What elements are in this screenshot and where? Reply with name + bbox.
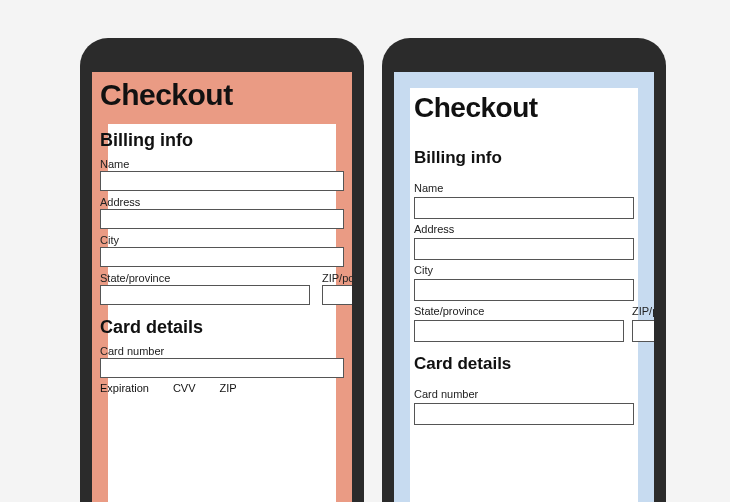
phone-mockup-left: Checkout Billing info Name Address City … — [80, 38, 364, 502]
city-input[interactable] — [100, 247, 344, 267]
billing-heading: Billing info — [100, 130, 346, 151]
card-zip-label: ZIP — [220, 382, 237, 394]
card-number-input[interactable] — [414, 403, 634, 425]
name-input[interactable] — [100, 171, 344, 191]
name-label: Name — [414, 182, 634, 194]
zip-input[interactable] — [632, 320, 654, 342]
page-title: Checkout — [414, 92, 634, 124]
city-label: City — [100, 234, 346, 246]
card-number-label: Card number — [414, 388, 634, 400]
cvv-label: CVV — [173, 382, 196, 394]
address-input[interactable] — [100, 209, 344, 229]
state-label: State/province — [414, 305, 624, 317]
address-label: Address — [414, 223, 634, 235]
card-heading: Card details — [100, 317, 346, 338]
billing-heading: Billing info — [414, 148, 634, 168]
checkout-form-left: Checkout Billing info Name Address City … — [92, 72, 352, 502]
address-input[interactable] — [414, 238, 634, 260]
card-number-input[interactable] — [100, 358, 344, 378]
card-heading: Card details — [414, 354, 634, 374]
zip-label: ZIP/postal code — [322, 272, 352, 284]
zip-input[interactable] — [322, 285, 352, 305]
state-input[interactable] — [414, 320, 624, 342]
page-title: Checkout — [100, 78, 346, 112]
expiration-label: Expiration — [100, 382, 149, 394]
city-input[interactable] — [414, 279, 634, 301]
screen-right: Checkout Billing info Name Address City … — [394, 72, 654, 502]
address-label: Address — [100, 196, 346, 208]
checkout-form-right: Checkout Billing info Name Address City … — [394, 72, 654, 502]
name-label: Name — [100, 158, 346, 170]
city-label: City — [414, 264, 634, 276]
screen-left: Checkout Billing info Name Address City … — [92, 72, 352, 502]
state-input[interactable] — [100, 285, 310, 305]
name-input[interactable] — [414, 197, 634, 219]
zip-label: ZIP/postal code — [632, 305, 654, 317]
phone-mockup-right: Checkout Billing info Name Address City … — [382, 38, 666, 502]
card-number-label: Card number — [100, 345, 346, 357]
state-label: State/province — [100, 272, 312, 284]
